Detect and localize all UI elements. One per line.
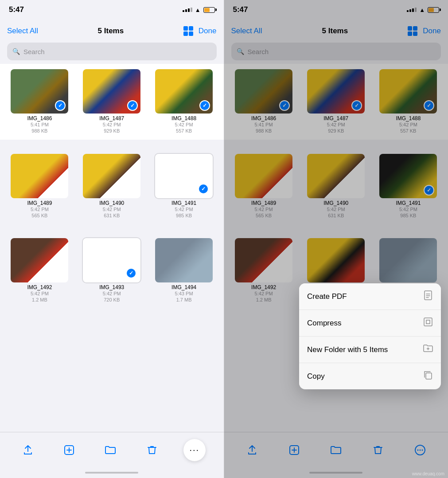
- search-placeholder-right: Search: [248, 48, 269, 55]
- check-badge-1493-left: [126, 268, 136, 278]
- file-item-1493-left[interactable]: IMG_1493 5:42 PM720 KB: [78, 238, 146, 303]
- search-bar-left[interactable]: 🔍 Search: [7, 43, 217, 60]
- check-badge-1491-right: [424, 185, 434, 196]
- svg-point-3: [417, 449, 418, 451]
- file-grid-section-2-left: IMG_1489 5:42 PM565 KB IMG_1490 5:42 PM6…: [0, 149, 224, 224]
- nav-bar-left: Select All 5 Items Done: [0, 20, 224, 43]
- file-item-1490-right[interactable]: IMG_1490 5:42 PM631 KB: [302, 154, 370, 219]
- file-item-1490-left[interactable]: IMG_1490 5:42 PM631 KB: [78, 154, 146, 219]
- file-name-1487-right: IMG_1487: [323, 115, 348, 121]
- done-btn-left[interactable]: Done: [199, 27, 217, 35]
- signal-icon-left: [183, 8, 192, 12]
- add-btn-left[interactable]: [59, 440, 79, 460]
- search-bar-right[interactable]: 🔍 Search: [231, 43, 441, 60]
- file-name-1494-left: IMG_1494: [171, 284, 196, 290]
- share-btn-left[interactable]: [18, 440, 38, 460]
- file-meta-1492-left: 5:42 PM1.2 MB: [31, 290, 49, 303]
- more-btn-right[interactable]: [410, 440, 430, 460]
- section-sep-1-left: [0, 140, 224, 149]
- right-panel: 5:47 ▲ Select All 5 Items Done 🔍 Se: [224, 0, 448, 478]
- file-grid-section-3-left: IMG_1492 5:42 PM1.2 MB IMG_1493 5:42 PM7…: [0, 233, 224, 309]
- file-name-1487-left: IMG_1487: [99, 115, 124, 121]
- compress-icon: [423, 317, 433, 329]
- file-name-1492-left: IMG_1492: [27, 284, 52, 290]
- check-badge-1487-left: [127, 100, 138, 111]
- file-name-1489-right: IMG_1489: [251, 200, 276, 206]
- share-btn-right[interactable]: [242, 440, 262, 460]
- file-grid-section-2-right: IMG_1489 5:42 PM565 KB IMG_1490 5:42 PM6…: [224, 149, 448, 224]
- done-btn-right[interactable]: Done: [423, 27, 441, 35]
- section-sep-2-left: [0, 224, 224, 233]
- file-item-1488-left[interactable]: IMG_1488 5:42 PM557 KB: [150, 69, 218, 134]
- file-name-1486-left: IMG_1486: [27, 115, 52, 121]
- svg-rect-7: [424, 318, 432, 326]
- folder-btn-left[interactable]: [101, 440, 120, 460]
- status-bar-right: 5:47 ▲: [224, 0, 448, 20]
- context-menu-create-pdf[interactable]: Create PDF: [299, 283, 441, 310]
- file-item-1494-left[interactable]: IMG_1494 5:43 PM1.7 MB: [150, 238, 218, 303]
- nav-bar-right: Select All 5 Items Done: [224, 20, 448, 43]
- file-item-1489-right[interactable]: IMG_1489 5:42 PM565 KB: [230, 154, 298, 219]
- svg-rect-6: [425, 291, 432, 300]
- file-name-1490-right: IMG_1490: [323, 200, 348, 206]
- context-menu: Create PDF Compress New Folder with 5 It…: [299, 283, 441, 389]
- check-badge-1491-left: [198, 184, 209, 194]
- status-time-left: 5:47: [9, 5, 24, 14]
- more-btn-left[interactable]: ···: [183, 439, 206, 461]
- section-sep-1-right: [224, 140, 448, 149]
- file-item-1491-left[interactable]: IMG_1491 5:42 PM985 KB: [150, 154, 218, 219]
- context-menu-new-folder[interactable]: New Folder with 5 Items: [299, 337, 441, 363]
- left-panel: 5:47 ▲ Select All 5 Items Done 🔍 Se: [0, 0, 224, 478]
- grid-view-btn-left[interactable]: [183, 26, 193, 36]
- folder-btn-right[interactable]: [326, 440, 346, 460]
- status-icons-left: ▲: [183, 7, 215, 13]
- context-menu-copy[interactable]: Copy: [299, 363, 441, 389]
- file-name-1492-right: IMG_1492: [251, 284, 276, 290]
- file-item-1487-right[interactable]: IMG_1487 5:42 PM929 KB: [302, 69, 370, 134]
- file-name-1491-right: IMG_1491: [396, 200, 421, 206]
- wifi-icon-right: ▲: [419, 7, 425, 13]
- file-meta-1490-left: 5:42 PM631 KB: [103, 206, 121, 219]
- check-badge-1486-right: [279, 100, 290, 111]
- add-btn-right[interactable]: [284, 440, 304, 460]
- status-icons-right: ▲: [407, 7, 439, 13]
- file-item-1492-left[interactable]: IMG_1492 5:42 PM1.2 MB: [5, 238, 74, 303]
- file-name-1493-left: IMG_1493: [99, 284, 124, 290]
- file-item-1488-right[interactable]: IMG_1488 5:42 PM557 KB: [374, 69, 443, 134]
- file-name-1488-right: IMG_1488: [396, 115, 421, 121]
- file-grid-section-1-right: IMG_1486 5:41 PM988 KB IMG_1487 5:42 PM9…: [224, 64, 448, 140]
- context-menu-new-folder-label: New Folder with 5 Items: [307, 345, 388, 354]
- file-meta-1489-left: 5:42 PM565 KB: [31, 206, 49, 219]
- select-all-btn-left[interactable]: Select All: [7, 27, 38, 35]
- file-item-1489-left[interactable]: IMG_1489 5:42 PM565 KB: [5, 154, 74, 219]
- trash-btn-right[interactable]: [368, 440, 388, 460]
- file-item-1486-left[interactable]: IMG_1486 5:41 PM988 KB: [5, 69, 74, 134]
- file-name-1489-left: IMG_1489: [27, 200, 52, 206]
- file-name-1491-left: IMG_1491: [171, 200, 196, 206]
- file-item-1492-right[interactable]: IMG_1492 5:42 PM1.2 MB: [230, 238, 298, 303]
- select-all-btn-right[interactable]: Select All: [231, 27, 262, 35]
- file-item-1486-right[interactable]: IMG_1486 5:41 PM988 KB: [230, 69, 298, 134]
- watermark: www.deuaq.com: [412, 471, 444, 476]
- check-badge-1488-left: [199, 100, 210, 111]
- file-item-1487-left[interactable]: IMG_1487 5:42 PM929 KB: [78, 69, 146, 134]
- trash-btn-left[interactable]: [142, 440, 162, 460]
- nav-title-left: 5 Items: [98, 27, 124, 35]
- pdf-icon: [423, 290, 433, 302]
- file-meta-1487-right: 5:42 PM929 KB: [327, 121, 345, 134]
- file-item-1491-right[interactable]: IMG_1491 5:42 PM985 KB: [374, 154, 443, 219]
- file-name-1490-left: IMG_1490: [99, 200, 124, 206]
- context-menu-compress[interactable]: Compress: [299, 310, 441, 337]
- svg-point-4: [419, 449, 421, 451]
- file-meta-1492-right: 5:42 PM1.2 MB: [255, 290, 273, 303]
- file-meta-1486-right: 5:41 PM988 KB: [255, 121, 273, 134]
- file-meta-1491-left: 5:42 PM985 KB: [175, 206, 193, 219]
- file-grid-section-1-left: IMG_1486 5:41 PM988 KB IMG_1487 5:42 PM9…: [0, 64, 224, 140]
- grid-view-btn-right[interactable]: [408, 26, 417, 36]
- file-meta-1491-right: 5:42 PM985 KB: [399, 206, 417, 219]
- signal-icon-right: [407, 8, 417, 12]
- file-name-1486-right: IMG_1486: [251, 115, 276, 121]
- toolbar-right: [224, 432, 448, 467]
- file-meta-1486-left: 5:41 PM988 KB: [31, 121, 49, 134]
- file-meta-1494-left: 5:43 PM1.7 MB: [175, 290, 193, 303]
